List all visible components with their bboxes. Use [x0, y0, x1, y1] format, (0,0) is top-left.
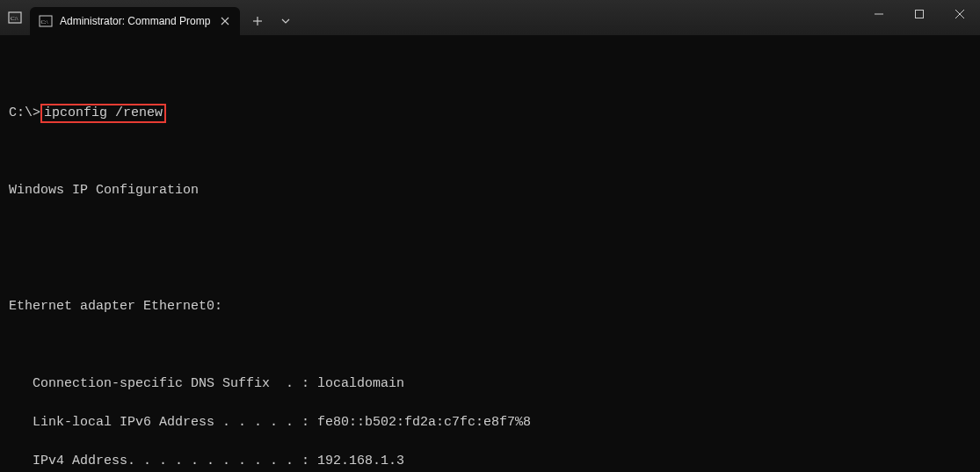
- output-dns-suffix: Connection-specific DNS Suffix . : local…: [9, 374, 971, 394]
- system-menu-icon[interactable]: C:\: [0, 0, 30, 35]
- window-controls: [859, 0, 980, 35]
- prompt-path: C:\>: [9, 105, 40, 120]
- svg-text:C:\: C:\: [41, 18, 48, 25]
- maximize-button[interactable]: [899, 0, 940, 28]
- tab-close-button[interactable]: [217, 13, 233, 29]
- adapter-header: Ethernet adapter Ethernet0:: [9, 297, 971, 316]
- tab-dropdown-button[interactable]: [272, 7, 300, 35]
- output-ipv4-address: IPv4 Address. . . . . . . . . . . : 192.…: [9, 452, 971, 471]
- tab-strip: C:\ Administrator: Command Promp: [30, 0, 300, 35]
- output-ipv6-address: Link-local IPv6 Address . . . . . : fe80…: [9, 413, 971, 432]
- terminal-output[interactable]: C:\>ipconfig /renew Windows IP Configura…: [0, 35, 980, 472]
- new-tab-button[interactable]: [243, 7, 272, 35]
- minimize-button[interactable]: [859, 0, 899, 28]
- close-button[interactable]: [940, 0, 980, 28]
- prompt-line-1: C:\>ipconfig /renew: [9, 104, 971, 123]
- svg-rect-9: [916, 11, 924, 18]
- svg-text:C:\: C:\: [11, 15, 18, 22]
- command-highlight-1: ipconfig /renew: [40, 104, 166, 123]
- tab-title: Administrator: Command Promp: [60, 15, 210, 27]
- title-bar: C:\ C:\ Administrator: Command Promp: [0, 0, 980, 35]
- tab-command-prompt[interactable]: C:\ Administrator: Command Promp: [30, 7, 240, 35]
- output-heading-1: Windows IP Configuration: [9, 181, 971, 200]
- cmd-icon: C:\: [39, 14, 53, 28]
